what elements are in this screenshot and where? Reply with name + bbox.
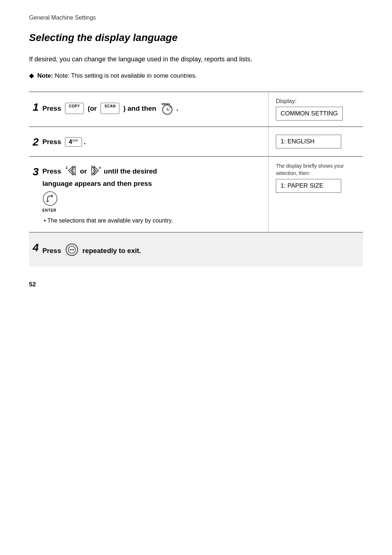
step-3-press: Press [42,167,63,175]
svg-text:Z: Z [66,166,68,170]
intro-text: If desired, you can change the language … [29,54,363,64]
enter-label: ENTER [42,208,173,212]
page-number: 52 [29,281,363,288]
display-box-2: 1: ENGLISH [276,135,341,148]
scan-button-icon: SCAN [101,103,119,114]
step-3-bullet: • The selections that are available vary… [42,217,173,224]
menu-button-icon: MENU ↻ [160,100,175,117]
step-2-dot: . [84,138,86,146]
step-4-row: 4 Press repeatedly to exit. [29,233,363,266]
step-1-col: 1 Press COPY (or SCAN ) and the [29,92,269,126]
step-4-press: Press [42,247,63,254]
step-2-content: Press 4GHI . [42,135,86,147]
step-4-number: 4 [33,241,39,254]
left-arrow-button-icon: Z [65,165,78,179]
step-3-display: The display briefly shows your selection… [269,157,363,232]
svg-text:A: A [99,166,101,170]
step-1-display: Display: COMMON SETTING [269,92,363,126]
step-2-col: 2 Press 4GHI . [29,127,269,156]
step-2-number: 2 [33,136,39,148]
note-strong: Note: [37,72,53,79]
step-1-row: 1 Press COPY (or SCAN ) and the [29,92,363,127]
enter-button-icon [42,191,58,208]
page-title: Selecting the display language [29,32,363,44]
step-4-col: 4 Press repeatedly to exit. [29,233,363,266]
key-4-button-icon: 4GHI [65,137,82,147]
step-3-row: 3 Press Z or [29,157,363,233]
step-4-content: Press repeatedly to exit. [42,241,141,258]
step-3-col: 3 Press Z or [29,157,269,232]
step-1-dot: . [176,105,178,112]
step-1-content: Press COPY (or SCAN ) and then [42,100,178,117]
step-2-display: 1: ENGLISH [269,127,363,156]
note-body: Note: This setting is not available in s… [55,72,197,79]
step-3-number: 3 [33,166,39,178]
display-label-1: Display: [276,98,356,105]
display-box-1: COMMON SETTING [276,107,343,121]
note-text: ◆ Display: Note: Note: This setting is n… [29,71,363,81]
clear-button-icon [65,243,79,258]
step-1-press: Press [42,105,63,112]
display-sub-3: The display briefly shows your selection… [276,163,356,177]
breadcrumb: General Machine Settings [29,15,363,21]
step-4-end: repeatedly to exit. [81,247,141,254]
instruction-table: 1 Press COPY (or SCAN ) and the [29,91,363,266]
step-3-content: Press Z or [42,165,173,224]
step-1-and-then: ) and then [121,105,158,112]
note-diamond-icon: ◆ [29,72,34,79]
copy-button-icon: COPY [65,103,84,114]
step-1-number: 1 [33,101,39,113]
step-2-row: 2 Press 4GHI . 1: ENGLISH [29,127,363,157]
display-box-3: 1: PAPER SIZE [276,179,341,193]
step-2-press: Press [42,138,63,146]
svg-text:↻: ↻ [166,107,170,112]
step-1-or: (or [86,105,99,112]
step-3-language: language appears and then press [42,180,152,187]
step-3-or: or [80,167,89,175]
svg-point-9 [43,192,57,205]
right-arrow-button-icon: A [89,165,102,179]
step-3-until: until the desired [104,167,157,175]
